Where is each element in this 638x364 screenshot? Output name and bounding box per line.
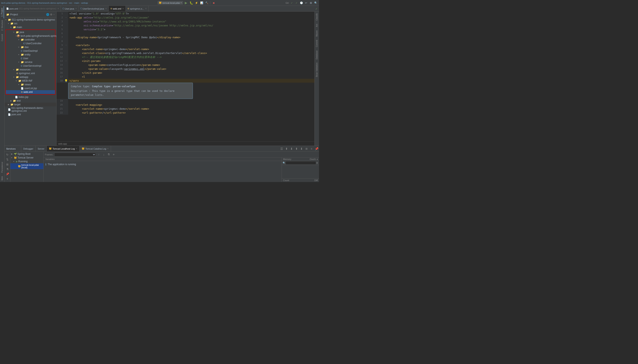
bottom-tool-filter[interactable]: ⚗ <box>5 167 10 172</box>
tab-pom-close[interactable]: ✕ <box>57 8 59 10</box>
tree-item-test[interactable]: ▶ 📁 test <box>4 99 56 103</box>
breadcrumb-item-2[interactable]: 011-spring-framework-demo-springmvc <box>27 2 67 4</box>
sidebar-gear-icon[interactable]: ⚙ <box>50 13 52 16</box>
frame-filter-btn[interactable]: ⚗ <box>106 152 111 157</box>
bottom-toolbar-icon-2[interactable]: ⬆ <box>284 146 289 152</box>
bottom-tool-pin[interactable]: 📌 <box>5 172 10 176</box>
right-tab-database[interactable]: Database <box>315 49 318 61</box>
sidebar-tab-project[interactable]: 1: Project <box>0 6 4 18</box>
run-button[interactable]: ▶ <box>184 0 188 5</box>
tree-item-user[interactable]: C User <box>6 56 55 60</box>
sidebar-tab-web[interactable]: Web <box>0 174 4 182</box>
breadcrumb-item-4[interactable]: main <box>74 2 79 4</box>
tree-item-service[interactable]: ▾ 📁 service <box>6 60 55 64</box>
sidebar-tab-structure[interactable]: 2: Structure <box>0 18 4 32</box>
rollback-icon[interactable]: ↩ <box>304 1 308 5</box>
tree-item-src[interactable]: ▾ 📁 src <box>4 22 56 25</box>
tab-springmvcxml-close[interactable]: ✕ <box>145 8 147 10</box>
overh-dropdown[interactable]: ▾ <box>317 158 318 160</box>
bottom-tool-collapse[interactable]: ⇅ <box>5 157 10 162</box>
git-diff-icon[interactable]: ✓ <box>294 1 299 5</box>
debug-button[interactable]: 🐛 <box>189 0 194 5</box>
frame-up-btn[interactable]: ↑ <box>97 152 101 157</box>
tree-item-dao[interactable]: ▾ 📁 dao <box>6 45 55 49</box>
tab-pom-xml[interactable]: 📄 pom.xml (011-spring-framework-demo-spr… <box>4 6 61 12</box>
tree-item-views[interactable]: ▾ 📁 views <box>6 83 55 86</box>
breadcrumb-item-1[interactable]: tech-pdai-spring-demos <box>1 2 25 4</box>
tab-server[interactable]: Server <box>36 146 46 152</box>
bottom-tool-group[interactable]: ⊞ <box>5 162 10 167</box>
tree-item-resources[interactable]: ▾ 📁 resources <box>6 68 55 72</box>
tree-item-userlistjsp[interactable]: 📄 userList.jsp <box>6 86 55 90</box>
breadcrumb-item-5[interactable]: webap <box>81 2 88 4</box>
tree-item-entity[interactable]: ▾ 📁 entity <box>6 53 55 56</box>
bottom-pin-icon[interactable]: 📌 <box>314 146 319 152</box>
right-tab-commit[interactable]: Commit <box>315 38 318 48</box>
tab-debugger[interactable]: Debugger <box>21 146 36 152</box>
bottom-tool-add[interactable]: + <box>5 177 10 181</box>
tree-item-usercontroller[interactable]: C UserController <box>6 42 55 45</box>
breadcrumb-item-3[interactable]: src <box>69 2 72 4</box>
stop-button[interactable]: ■ <box>211 0 216 5</box>
svc-item-tomcat[interactable]: ▾ 🐱 Tomcat Server <box>10 156 44 160</box>
frame-add-btn[interactable]: + <box>112 152 116 157</box>
frame-selector[interactable] <box>54 153 96 156</box>
right-tab-ant[interactable]: Ant <box>315 22 318 29</box>
profile-button[interactable]: 📊 <box>199 0 204 5</box>
tab-tomcat-catalina-close[interactable]: ✕ <box>107 148 109 150</box>
tree-item-iml[interactable]: 📄 011-spring-framework-demo-springmvc.im… <box>4 106 56 112</box>
svc-item-running[interactable]: ▾ ▶ Running <box>10 160 44 163</box>
bottom-toolbar-icon-3[interactable]: ⬇ <box>289 146 294 152</box>
tree-item-target[interactable]: ▶ 📁 target <box>4 103 56 106</box>
svc-item-springboot[interactable]: ▶ 🌱 Spring Boot <box>10 152 44 156</box>
bottom-toolbar-icon-1[interactable]: ☰ <box>279 146 284 152</box>
window-icon[interactable]: ⊞ <box>309 1 313 5</box>
tree-item-userserviceimpl[interactable]: C UserServiceImpl <box>6 64 55 68</box>
tree-item-package[interactable]: ▾ 📦 tech.pdai.springframework.springmvc <box>6 34 55 38</box>
tree-item-userdaoimpl[interactable]: C UserDaoImpl <box>6 49 55 53</box>
bottom-tool-refresh[interactable]: ↻ <box>5 152 10 157</box>
right-tab-classlib[interactable]: Classlib <box>315 12 318 22</box>
tree-item-pomxml[interactable]: 📄 pom.xml <box>4 112 56 116</box>
sidebar-tab-persistence[interactable]: Persistence <box>0 160 4 174</box>
tree-item-webinf[interactable]: ▾ 📁 WEB-INF <box>6 79 55 83</box>
tab-user-java[interactable]: C User.java ✕ <box>61 6 79 12</box>
tab-tomcat-catalina[interactable]: 🐱 Tomcat Catalina Log ✕ <box>80 146 111 152</box>
right-tab-beanvalidation[interactable]: Bean Validation <box>315 61 318 78</box>
git-check-icon[interactable]: ✓ <box>290 1 294 5</box>
tree-item-springmvcxml[interactable]: ⚙ springmvc.xml <box>6 72 55 75</box>
tab-check-icon[interactable]: ✓ <box>314 6 319 12</box>
sidebar-tab-commit[interactable]: Commit <box>0 32 4 43</box>
frame-down-btn[interactable]: ↓ <box>102 152 106 157</box>
tab-tomcat-localhost-close[interactable]: ✕ <box>76 148 77 150</box>
tab-webxml-close[interactable]: ✕ <box>122 8 124 10</box>
tab-user-close[interactable]: ✕ <box>75 8 77 10</box>
tab-springmvc-xml[interactable]: ⚙ springmvc.x... ✕ <box>126 6 148 12</box>
tab-userserviceimpl-close[interactable]: ✕ <box>105 8 107 10</box>
bottom-toolbar-icon-7[interactable]: ≡ <box>309 146 314 152</box>
history-icon[interactable]: 🕐 <box>299 1 304 5</box>
tab-web-xml[interactable]: ⚙ web.xml ✕ <box>109 6 126 12</box>
tree-item-011[interactable]: ▾ 📁 011-spring-framework-demo-springmvc <box>4 18 56 22</box>
run-config-dropdown[interactable]: 🐱 tomcat-local-pdai ▾ <box>158 1 183 4</box>
bottom-toolbar-icon-6[interactable]: ⊞ <box>304 146 309 152</box>
tab-tomcat-localhost[interactable]: 🐱 Tomcat Localhost Log ✕ <box>47 146 80 152</box>
tree-item-indexjsp[interactable]: 📄 index.jsp <box>4 95 56 99</box>
tree-item-controller[interactable]: ▾ 📁 controller <box>6 38 55 42</box>
memory-settings-icon[interactable]: ⚙ <box>316 162 318 164</box>
memory-search-input[interactable] <box>286 162 316 164</box>
tab-userserviceimpl-java[interactable]: C UserServiceImpl.java ✕ <box>79 6 109 12</box>
tree-item-webapp[interactable]: ▾ 📁 webapp <box>6 75 55 79</box>
bottom-toolbar-icon-4[interactable]: ⬆ <box>294 146 299 152</box>
sidebar-globe-icon[interactable]: 🌐 <box>46 13 49 16</box>
editor-scroll-area[interactable]: 1 <?xml version="1.0" encoding="UTF-8"?>… <box>56 12 314 142</box>
search-everywhere-icon[interactable]: 🔍 <box>314 1 318 5</box>
build-button[interactable]: 🔨 <box>204 0 209 5</box>
bottom-toolbar-icon-5[interactable]: ⬇ <box>299 146 304 152</box>
tree-item-java[interactable]: ▾ 📁 java <box>6 30 55 34</box>
sidebar-collapse-icon[interactable]: − <box>53 13 55 16</box>
svc-item-tomcat-local[interactable]: 🐱 tomcat-local-pdai [local] <box>10 163 44 169</box>
tree-item-webxml[interactable]: ⚙ web.xml <box>6 90 55 94</box>
bulb-icon[interactable]: 💡 <box>64 79 68 83</box>
right-tab-maven[interactable]: Maven <box>315 29 318 38</box>
